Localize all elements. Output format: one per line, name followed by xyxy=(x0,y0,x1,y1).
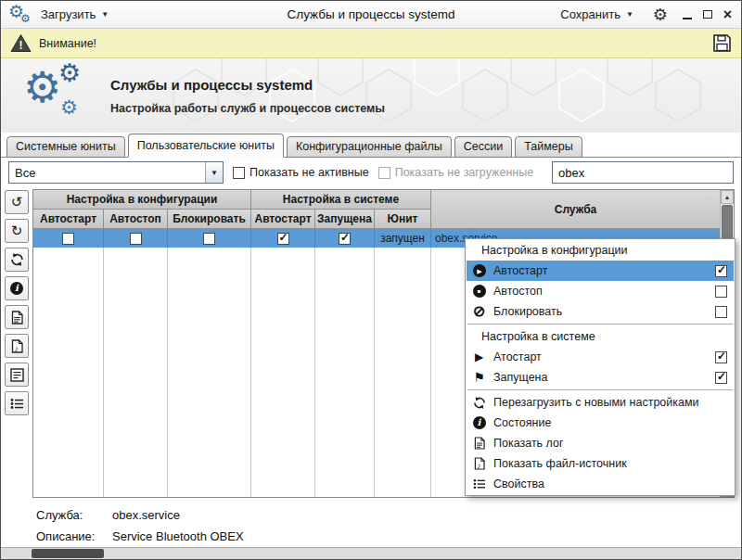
system-running-checkbox[interactable] xyxy=(339,233,351,245)
menu-separator xyxy=(467,389,733,390)
cell-config-autostop[interactable] xyxy=(104,229,168,248)
menu-item-running[interactable]: ⚑ Запущена xyxy=(467,367,734,388)
scope-dropdown[interactable]: Все ▼ xyxy=(8,161,224,184)
menu-running-checkbox[interactable] xyxy=(715,372,727,384)
flag-icon: ⚑ xyxy=(473,371,485,384)
cell-config-block[interactable] xyxy=(168,229,251,248)
tab-config-files[interactable]: Конфигурационные файлы xyxy=(287,136,452,158)
cell-system-autostart[interactable] xyxy=(251,229,315,248)
svg-text:♪: ♪ xyxy=(477,461,480,470)
status-button[interactable]: i xyxy=(5,276,29,300)
log-document-icon xyxy=(474,437,485,450)
settings-gear-icon[interactable]: ⚙ xyxy=(653,6,668,23)
journal-icon xyxy=(10,368,24,382)
column-header-unit[interactable]: Юнит xyxy=(375,210,431,229)
minimize-button[interactable] xyxy=(681,8,693,20)
scrollbar-thumb[interactable] xyxy=(32,549,104,558)
history-button[interactable]: ↺ xyxy=(5,190,29,214)
tab-timers[interactable]: Таймеры xyxy=(515,136,582,158)
show-unloaded-label: Показать не загруженные xyxy=(395,166,533,179)
properties-list-icon xyxy=(10,398,24,410)
tab-system-units[interactable]: Системные юниты xyxy=(6,136,125,158)
menu-item-show-log[interactable]: Показать лог xyxy=(467,433,734,453)
scroll-up-icon[interactable]: ▲ xyxy=(721,190,734,204)
context-menu-section-config: Настройка в конфигурации xyxy=(467,240,734,261)
app-logo-gears-icon: ⚙ ⚙ ⚙ xyxy=(23,64,105,127)
properties-button[interactable] xyxy=(5,391,29,415)
refresh-button[interactable]: ↻ xyxy=(5,219,29,243)
menu-item-properties[interactable]: Свойства xyxy=(467,474,734,494)
info-icon: i xyxy=(473,416,486,429)
menu-item-show-source[interactable]: ♪ Показать файл-источник xyxy=(467,453,734,474)
page-subtitle: Настройка работы служб и процессов систе… xyxy=(110,102,385,115)
column-header-block[interactable]: Блокировать xyxy=(168,210,251,229)
checkbox-box[interactable] xyxy=(378,167,390,179)
tab-sessions[interactable]: Сессии xyxy=(454,136,512,158)
app-window: ⚙ ⚙ Загрузить ▼ Службы и процессы system… xyxy=(0,0,742,560)
context-menu-section-system: Настройка в системе xyxy=(467,326,734,347)
show-source-button[interactable]: ♪ xyxy=(5,334,29,358)
menu-autostop-checkbox[interactable] xyxy=(715,286,727,298)
info-icon: i xyxy=(10,282,23,295)
column-header-running[interactable]: Запущена xyxy=(315,210,375,229)
maximize-button[interactable] xyxy=(701,8,713,20)
description-label: Описание: xyxy=(36,529,112,543)
menu-sys-autostart-checkbox[interactable] xyxy=(715,351,727,363)
chevron-down-icon[interactable]: ▼ xyxy=(205,162,223,183)
svg-text:!: ! xyxy=(19,39,23,52)
chevron-down-icon: ▼ xyxy=(626,10,633,19)
cell-unit-state[interactable]: запущен xyxy=(375,229,431,248)
column-header-autostart-config[interactable]: Автостарт xyxy=(33,210,104,229)
warning-triangle-icon: ! xyxy=(10,33,32,53)
menu-separator xyxy=(467,324,733,325)
warning-bar: ! Внимание! xyxy=(1,29,741,58)
column-header-service[interactable]: Служба xyxy=(431,190,720,229)
service-label: Служба: xyxy=(36,508,112,522)
cell-system-running[interactable] xyxy=(315,229,375,248)
show-inactive-checkbox[interactable]: Показать не активные xyxy=(233,166,369,179)
log-document-icon xyxy=(11,311,23,325)
menu-item-autostop[interactable]: ■ Автостоп xyxy=(467,281,734,301)
side-toolbar: ↺ ↻ i xyxy=(5,190,31,415)
checkbox-box[interactable] xyxy=(233,167,245,179)
reload-units-button[interactable] xyxy=(5,248,29,272)
titlebar: ⚙ ⚙ Загрузить ▼ Службы и процессы system… xyxy=(1,1,741,29)
save-to-file-icon[interactable] xyxy=(712,33,732,53)
scope-dropdown-value: Все xyxy=(9,162,205,183)
search-input[interactable] xyxy=(552,161,734,184)
menu-item-reload[interactable]: Перезагрузить с новыми настройками xyxy=(467,392,734,413)
properties-list-icon xyxy=(473,478,486,490)
tab-user-units[interactable]: Пользовательские юниты xyxy=(128,134,284,158)
empty-column-area xyxy=(104,248,168,497)
stop-circle-icon: ■ xyxy=(473,285,486,298)
app-gears-icon: ⚙ ⚙ xyxy=(8,3,32,27)
horizontal-scrollbar[interactable] xyxy=(1,547,741,559)
show-log-button[interactable] xyxy=(5,305,29,329)
save-menu-button[interactable]: Сохранить ▼ xyxy=(552,4,642,25)
menu-autostart-checkbox[interactable] xyxy=(715,265,727,277)
column-header-autostart-system[interactable]: Автостарт xyxy=(251,210,315,229)
show-unloaded-checkbox[interactable]: Показать не загруженные xyxy=(378,166,533,179)
titlebar-right: Сохранить ▼ ⚙ × xyxy=(552,4,734,25)
journal-button[interactable] xyxy=(5,363,29,387)
tab-bar: Системные юниты Пользовательские юниты К… xyxy=(1,133,741,158)
config-autostop-checkbox[interactable] xyxy=(130,233,142,245)
config-autostart-checkbox[interactable] xyxy=(62,233,74,245)
menu-item-block[interactable]: ⊘ Блокировать xyxy=(467,301,734,322)
menu-item-sys-autostart[interactable]: ▶ Атостарт xyxy=(467,347,734,367)
show-inactive-label: Показать не активные xyxy=(249,166,369,179)
page-header: ⚙ ⚙ ⚙ Службы и процессы systemd Настройк… xyxy=(1,58,741,133)
config-block-checkbox[interactable] xyxy=(203,233,215,245)
close-button[interactable]: × xyxy=(722,8,734,20)
system-autostart-checkbox[interactable] xyxy=(277,233,289,245)
menu-item-autostart[interactable]: ▶ Автостарт xyxy=(467,261,734,281)
load-menu-button[interactable]: Загрузить ▼ xyxy=(32,4,117,25)
cell-config-autostart[interactable] xyxy=(33,229,104,248)
filter-bar: Все ▼ Показать не активные Показать не з… xyxy=(1,158,741,187)
empty-column-area xyxy=(375,248,431,497)
page-title: Службы и процессы systemd xyxy=(110,77,313,93)
column-header-autostop[interactable]: Автостоп xyxy=(104,210,168,229)
menu-item-state[interactable]: i Состояние xyxy=(467,413,734,433)
gear-icon: ⚙ xyxy=(58,61,81,86)
menu-block-checkbox[interactable] xyxy=(715,306,727,318)
